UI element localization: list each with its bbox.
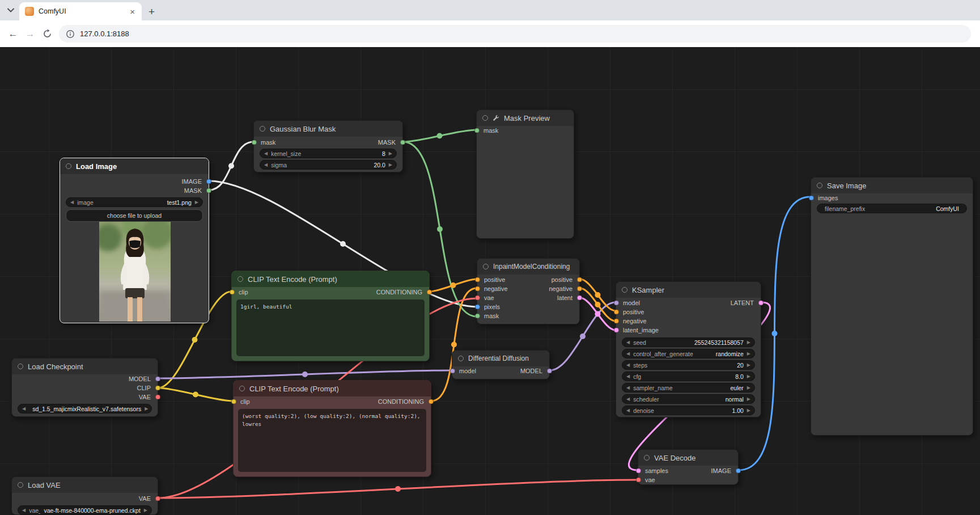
input-port-pixels[interactable] [475,305,480,310]
output-port-negative[interactable] [577,286,582,292]
output-port-latent[interactable] [577,296,582,301]
node-gaussian-blur-mask[interactable]: Gaussian Blur Mask mask MASK ◀ kernel_si… [253,120,403,172]
output-port-mask[interactable] [400,140,405,145]
node-title-bar[interactable]: Save Image [811,178,973,193]
input-port-positive[interactable] [614,310,619,315]
node-title-bar[interactable]: InpaintModelConditioning [477,259,579,275]
output-port-positive[interactable] [577,277,582,282]
decrement-arrow-icon[interactable]: ◀ [626,397,630,402]
output-port-vae[interactable] [155,395,160,400]
increment-arrow-icon[interactable]: ▶ [389,163,392,167]
input-port-vae[interactable] [636,478,641,483]
input-port-clip[interactable] [231,399,236,404]
decrement-arrow-icon[interactable]: ◀ [626,352,630,356]
collapse-dot-icon[interactable] [644,455,650,461]
node-title-bar[interactable]: Gaussian Blur Mask [254,121,402,137]
input-port-negative[interactable] [614,319,619,324]
increment-arrow-icon[interactable]: ▶ [389,151,392,156]
decrement-arrow-icon[interactable]: ◀ [626,386,630,390]
input-port-clip[interactable] [230,290,235,295]
node-differential-diffusion[interactable]: Differential Diffusion model MODEL [452,350,550,379]
collapse-dot-icon[interactable] [239,386,245,391]
node-title-bar[interactable]: VAE Decode [638,450,738,466]
output-port-clip[interactable] [155,386,160,391]
tab-search-chevron-icon[interactable] [3,2,18,18]
collapse-dot-icon[interactable] [622,287,627,293]
sampler-name-widget[interactable]: ◀ sampler_name euler ▶ [622,383,755,392]
image-combo-widget[interactable]: ◀ image test1.png ▶ [66,197,203,207]
prompt-textarea[interactable]: (worst quality:2), (low quality:2), (nor… [238,409,426,472]
increment-arrow-icon[interactable]: ▶ [747,352,750,356]
node-title-bar[interactable]: Mask Preview [477,110,574,126]
output-port-conditioning[interactable] [427,290,432,295]
ckpt-name-widget[interactable]: ◀ ckpt_name sd_1.5_majicmixRealistic_v7.… [18,404,152,413]
collapse-dot-icon[interactable] [260,126,265,132]
node-clip-text-encode-positive[interactable]: CLIP Text Encode (Prompt) clip CONDITION… [231,271,430,361]
collapse-dot-icon[interactable] [18,364,23,369]
input-port-model[interactable] [614,301,619,306]
increment-arrow-icon[interactable]: ▶ [747,397,750,402]
tab-comfyui[interactable]: ComfyUI × [19,2,142,20]
collapse-dot-icon[interactable] [458,356,464,361]
sigma-widget[interactable]: ◀ sigma 20.0 ▶ [260,160,397,170]
collapse-dot-icon[interactable] [482,115,488,121]
denoise-widget[interactable]: ◀ denoise 1.00 ▶ [622,406,755,415]
output-port-mask[interactable] [206,188,211,193]
cfg-widget[interactable]: ◀ cfg 8.0 ▶ [622,372,755,381]
choose-file-button[interactable]: choose file to upload [66,209,203,222]
input-port-mask[interactable] [475,314,480,319]
node-mask-preview[interactable]: Mask Preview mask [476,109,574,239]
node-title-bar[interactable]: Differential Diffusion [452,351,549,366]
node-vae-decode[interactable]: VAE Decode samples IMAGE vae [638,449,739,485]
node-inpaint-model-conditioning[interactable]: InpaintModelConditioning positive positi… [477,258,580,324]
decrement-arrow-icon[interactable]: ◀ [626,408,630,413]
input-port-latent-image[interactable] [614,328,619,333]
input-port-positive[interactable] [475,277,480,282]
node-clip-text-encode-negative[interactable]: CLIP Text Encode (Prompt) clip CONDITION… [233,380,431,477]
forward-button[interactable]: → [22,29,39,39]
node-title-bar[interactable]: Load Image [60,158,209,174]
input-port-samples[interactable] [636,468,641,474]
node-title-bar[interactable]: Load Checkpoint [12,358,158,374]
node-load-checkpoint[interactable]: Load Checkpoint MODEL CLIP VAE ◀ ckpt_na… [11,358,158,417]
collapse-dot-icon[interactable] [237,276,243,282]
new-tab-button[interactable]: + [149,6,155,17]
node-load-vae[interactable]: Load VAE VAE ◀ vae_name vae-ft-mse-84000… [11,476,158,515]
node-title-bar[interactable]: CLIP Text Encode (Prompt) [234,381,431,396]
seed-widget[interactable]: ◀ seed 255245321158057 ▶ [622,337,755,347]
input-port-images[interactable] [809,196,814,201]
decrement-arrow-icon[interactable]: ◀ [626,340,630,345]
vae-name-widget[interactable]: ◀ vae_name vae-ft-mse-840000-ema-pruned.… [18,505,152,515]
reload-button[interactable] [39,29,56,39]
kernel-size-widget[interactable]: ◀ kernel_size 8 ▶ [260,149,397,158]
node-load-image[interactable]: Load Image IMAGE MASK ◀ image test1.png … [60,158,209,323]
prompt-textarea[interactable]: 1girl, beautiful [236,299,425,356]
collapse-dot-icon[interactable] [817,183,822,188]
increment-arrow-icon[interactable]: ▶ [747,386,750,390]
node-save-image[interactable]: Save Image images filename_prefix ComfyU… [811,177,973,436]
output-port-conditioning[interactable] [429,399,434,404]
increment-arrow-icon[interactable]: ▶ [747,340,750,345]
output-port-image[interactable] [206,179,211,184]
increment-arrow-icon[interactable]: ▶ [747,363,750,368]
node-title-bar[interactable]: KSampler [616,282,761,298]
output-port-vae[interactable] [155,496,160,501]
decrement-arrow-icon[interactable]: ◀ [626,374,630,379]
input-port-model[interactable] [450,369,455,374]
collapse-dot-icon[interactable] [18,482,23,488]
input-port-vae[interactable] [475,296,480,301]
node-title-bar[interactable]: Load VAE [12,477,158,493]
decrement-arrow-icon[interactable]: ◀ [264,151,268,156]
increment-arrow-icon[interactable]: ▶ [195,200,198,205]
collapse-dot-icon[interactable] [483,264,489,269]
output-port-image[interactable] [736,468,741,474]
node-title-bar[interactable]: CLIP Text Encode (Prompt) [232,271,429,287]
decrement-arrow-icon[interactable]: ◀ [22,407,26,411]
decrement-arrow-icon[interactable]: ◀ [626,363,630,368]
scheduler-widget[interactable]: ◀ scheduler normal ▶ [622,394,755,404]
decrement-arrow-icon[interactable]: ◀ [70,200,74,205]
back-button[interactable]: ← [5,29,22,39]
decrement-arrow-icon[interactable]: ◀ [264,163,268,167]
address-bar[interactable]: 127.0.0.1:8188 [59,25,971,43]
output-port-latent[interactable] [758,301,763,306]
